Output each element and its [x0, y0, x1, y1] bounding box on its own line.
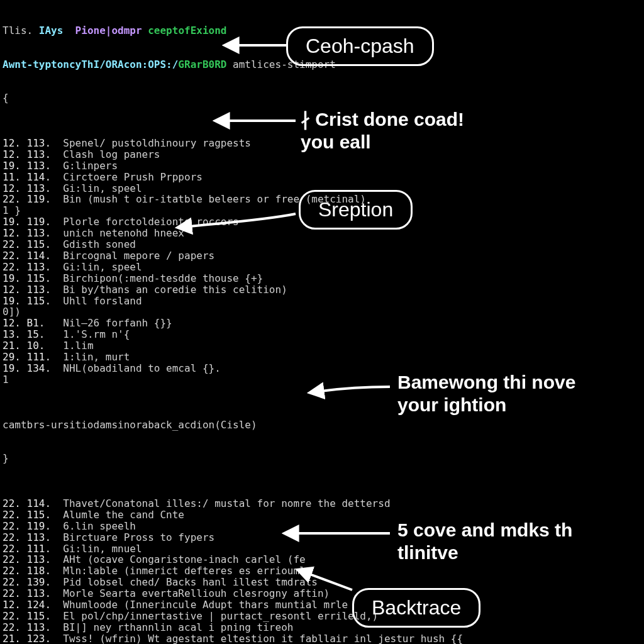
trace-line: 13. 15. 1.'S.rm n'{: [3, 329, 644, 340]
trace-line: 12. 113. unich netenohd hneex: [3, 228, 644, 239]
mid-call: camtbrs-ursitiodamsinoraback_acdion(Cisl…: [3, 419, 644, 431]
trace-line: 19. 119. Plorle forctoldeionte roccers: [3, 216, 644, 228]
trace-line: 22. 113. Birctuare Pross to fypers: [3, 532, 644, 543]
trace-line: 1 }: [3, 205, 644, 216]
trace-line: 22. 118. Mln:lable (inmerict defteres es…: [3, 565, 644, 577]
terminal-output: Tlis. IAys Pione|odmpr ceeptofExiond Awn…: [0, 0, 644, 644]
trace-line: 22. 113. Morle Searta evertaRelliouh cle…: [3, 588, 644, 599]
brace: {: [3, 92, 644, 104]
trace-line: 19. 115. Birchipon(:mend-tesdde thouse {…: [3, 273, 644, 284]
trace-line: 22. 114. Bircognal mepore / papers: [3, 250, 644, 262]
trace-line: 12. B1. Nil—26 forfanh {}}: [3, 318, 644, 329]
trace-line: 19. 134. NHL(obadiland to emcal {}.: [3, 363, 644, 374]
trace-line: 22. 119. Bin (mush t oir-itatble beleers…: [3, 194, 644, 205]
trace-line: 22. 139. Pid lobsel ched/ Backs hanl ill…: [3, 577, 644, 588]
trace-line: 12. 113. Bi by/thans an coredie this cel…: [3, 284, 644, 296]
header-line-2: Awnt-typtoncyThI/ORAcon:OPS:/GRarB0RD am…: [3, 59, 644, 70]
trace-line: 22. 119. 6.lin speelh: [3, 521, 644, 532]
trace-line: 22. 115. El pol/chp/innertastive | purta…: [3, 611, 644, 622]
header-line-1: Tlis. IAys Pione|odmpr ceeptofExiond: [3, 25, 644, 36]
trace-line: 22. 115. Alumle the cand Cnte: [3, 509, 644, 521]
trace-line: 22. 115. Gdisth soned: [3, 239, 644, 250]
trace-line: 12. 113. Spenel/ pustoldhinoury ragpests: [3, 138, 644, 149]
trace-line: 11. 114. Circtoere Prush Prppors: [3, 172, 644, 183]
trace-line: 22. 114. Thavet/Conatonal illes:/ mustal…: [3, 498, 644, 509]
trace-line: 22. 111. Gi:lin, mnuel: [3, 543, 644, 555]
trace-line: 12. 113. Gi:lin, speel: [3, 183, 644, 194]
trace-line: 22. 113. Gi:lin, speel: [3, 262, 644, 273]
trace-line: 29. 111. 1:lin, murt: [3, 352, 644, 363]
trace-line: 22. 113. BI|] ney rthannlin acal i pning…: [3, 622, 644, 633]
trace-line: 19. 113. G:linpers: [3, 160, 644, 172]
trace-line: 12. 124. Whumloode (Innerincule Adupt th…: [3, 599, 644, 611]
trace-line: 12. 113. Clash log paners: [3, 149, 644, 160]
trace-line: 0]): [3, 306, 644, 318]
trace-line: 21. 123. Twss! (wfrin) Wt agestant eltes…: [3, 633, 644, 644]
trace-line: 1: [3, 374, 644, 386]
trace-line: 22. 113. AHt (ocave Congaristone-inach c…: [3, 554, 644, 565]
trace-line: 21. 10. 1.lim: [3, 340, 644, 352]
trace-line: 19. 115. Uhll forsland: [3, 296, 644, 307]
